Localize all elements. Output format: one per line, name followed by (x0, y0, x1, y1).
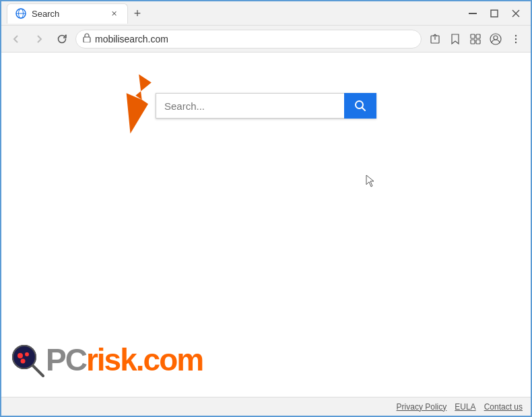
svg-rect-11 (471, 40, 475, 44)
svg-rect-10 (476, 34, 480, 38)
svg-rect-7 (84, 37, 90, 42)
svg-rect-4 (491, 10, 498, 17)
svg-point-24 (21, 359, 26, 364)
tab-favicon (15, 8, 26, 19)
tab-close-button[interactable]: ✕ (108, 8, 119, 19)
menu-button[interactable] (506, 30, 525, 49)
svg-point-23 (25, 352, 29, 356)
svg-point-15 (515, 34, 517, 36)
svg-rect-9 (471, 34, 475, 38)
pcrisk-icon (9, 342, 44, 377)
search-button[interactable] (344, 93, 376, 119)
svg-rect-3 (469, 13, 477, 14)
eula-link[interactable]: EULA (455, 402, 475, 412)
active-tab[interactable]: Search ✕ (7, 3, 128, 24)
privacy-policy-link[interactable]: Privacy Policy (397, 402, 447, 412)
refresh-button[interactable] (53, 30, 71, 49)
contact-us-link[interactable]: Contact us (484, 402, 523, 412)
title-bar: Search ✕ + (1, 1, 531, 26)
dotcom-text: .com (136, 342, 203, 377)
risk-text: risk (86, 342, 136, 377)
svg-line-20 (362, 108, 366, 111)
search-area (1, 53, 531, 119)
search-input[interactable] (156, 93, 344, 119)
svg-rect-12 (476, 40, 480, 44)
minimize-button[interactable] (463, 4, 482, 23)
svg-line-26 (33, 366, 43, 376)
lock-icon (83, 33, 91, 44)
extensions-button[interactable] (466, 30, 485, 49)
footer-links: Privacy Policy EULA Contact us (397, 402, 523, 412)
window-controls (463, 4, 525, 23)
address-text: mobilisearch.com (95, 34, 414, 44)
forward-button[interactable] (30, 30, 48, 49)
svg-point-16 (515, 38, 517, 39)
search-icon (354, 100, 366, 112)
page-content: PCrisk.com (1, 53, 531, 399)
address-bar[interactable]: mobilisearch.com (75, 30, 422, 49)
title-bar-left: Search ✕ + (7, 3, 463, 24)
close-button[interactable] (506, 4, 525, 23)
svg-point-22 (18, 353, 23, 358)
bookmark-button[interactable] (446, 30, 465, 49)
svg-point-17 (515, 41, 517, 42)
mouse-cursor (365, 174, 373, 186)
tab-area: Search ✕ + (7, 3, 147, 24)
pcrisk-text: PCrisk.com (46, 342, 203, 378)
pc-text: PC (46, 342, 86, 377)
footer-bar: Privacy Policy EULA Contact us (1, 397, 531, 416)
share-button[interactable] (426, 30, 444, 49)
new-tab-button[interactable]: + (128, 5, 147, 24)
tab-title: Search (32, 9, 59, 19)
svg-point-14 (494, 36, 498, 40)
nav-right-icons (426, 30, 525, 49)
nav-bar: mobilisearch.com (1, 26, 531, 53)
pcrisk-logo: PCrisk.com (9, 342, 203, 378)
search-box-container (156, 93, 376, 119)
restore-button[interactable] (485, 4, 504, 23)
back-button[interactable] (7, 30, 26, 49)
profile-button[interactable] (486, 30, 505, 49)
